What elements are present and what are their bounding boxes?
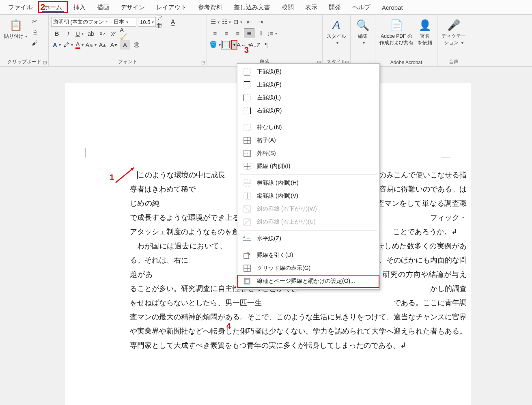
cut-button[interactable]: ✂: [29, 17, 40, 26]
border-diag-up-icon: [243, 218, 251, 226]
enclose-char-button[interactable]: ㊕: [131, 40, 142, 50]
svg-rect-35: [245, 279, 249, 283]
create-pdf-button[interactable]: 📄 Adobe PDF の 作成および共有: [378, 16, 415, 47]
clear-formatting-button[interactable]: A🧹: [120, 28, 130, 38]
paste-button[interactable]: 📋 貼り付け▾: [2, 16, 29, 41]
border-left-label: 左罫線(L): [257, 94, 281, 101]
line-spacing-button[interactable]: ↕≡▾: [267, 28, 277, 38]
border-inside-item[interactable]: 罫線 (内側)(I): [237, 160, 379, 173]
border-button[interactable]: [221, 40, 231, 50]
char-shading-button[interactable]: A: [120, 40, 130, 50]
create-pdf-label: Adobe PDF の 作成および共有: [379, 33, 414, 46]
group-font: 游明朝 (本文のフォント - 日本▾ 10.5▾ ア亜 A̲ B I U▾ ab…: [49, 15, 207, 66]
tab-layout[interactable]: レイアウト: [151, 1, 192, 13]
format-painter-button[interactable]: 🖌: [29, 38, 40, 47]
request-sign-button[interactable]: 👤 署名 を依頼: [415, 16, 435, 47]
group-voice-label: 音声: [440, 58, 467, 65]
svg-text:三: 三: [247, 235, 250, 239]
styles-button[interactable]: A スタイル▾: [325, 16, 348, 47]
character-border-button[interactable]: A̲: [168, 17, 178, 27]
tab-mailings[interactable]: 差し込み文書: [228, 1, 276, 13]
paste-label: 貼り付け: [4, 33, 24, 39]
font-name-selector[interactable]: 游明朝 (本文のフォント - 日本▾: [51, 17, 136, 27]
border-inside-v-icon: [243, 192, 251, 200]
border-top-item[interactable]: 上罫線(P): [237, 78, 379, 91]
margin-corner-tl: [85, 148, 95, 157]
group-voice: 🎤 ディクテー ション ▾ 音声: [437, 15, 470, 66]
tab-file[interactable]: ファイル: [2, 1, 38, 13]
border-right-item[interactable]: 右罫線(R): [237, 104, 379, 117]
strikethrough-button[interactable]: ab: [86, 28, 96, 38]
tab-view[interactable]: 表示: [299, 1, 323, 13]
borders-and-shading-icon: [243, 277, 251, 285]
borders-and-shading-item[interactable]: 線種とページ罫線と網かけの設定(O)...: [237, 275, 379, 288]
change-case-button[interactable]: Aa▾: [86, 40, 96, 50]
align-center-button[interactable]: ≡: [221, 28, 232, 38]
tab-design[interactable]: デザイン: [115, 1, 151, 13]
border-inside-label: 罫線 (内側)(I): [257, 163, 290, 170]
mic-icon: 🎤: [447, 17, 460, 33]
font-dialog-launcher[interactable]: ◲: [200, 60, 206, 65]
group-clipboard-label: クリップボード: [2, 58, 46, 65]
grow-font-button[interactable]: A▴: [97, 40, 108, 50]
svg-line-25: [244, 219, 250, 225]
highlight-button[interactable]: 🖍▾: [63, 40, 73, 50]
tab-insert[interactable]: 挿入: [68, 1, 91, 13]
font-size-selector[interactable]: 10.5▾: [138, 17, 156, 27]
increase-indent-button[interactable]: ⇥: [255, 17, 266, 27]
italic-button[interactable]: I: [63, 28, 73, 38]
dictate-button[interactable]: 🎤 ディクテー ション ▾: [440, 16, 467, 47]
view-gridlines-label: グリッド線の表示(G): [257, 265, 310, 272]
ribbon: 📋 貼り付け▾ ✂ ⎘ 🖌 クリップボード ◲ 游明朝 (本文のフォント - 日…: [0, 15, 532, 67]
superscript-button[interactable]: x²: [108, 28, 119, 38]
border-inside-h-label: 横罫線 (内側)(H): [257, 179, 299, 187]
multilevel-list-button[interactable]: ⊟▾: [233, 17, 243, 27]
tab-review[interactable]: 校閲: [276, 1, 299, 13]
tab-draw[interactable]: 描画: [91, 1, 115, 13]
svg-line-36: [116, 168, 134, 183]
distribute-button[interactable]: ⫴: [255, 28, 266, 38]
border-bottom-item[interactable]: 下罫線(B): [237, 65, 379, 78]
show-marks-button[interactable]: ¶: [261, 40, 271, 50]
underline-button[interactable]: U▾: [74, 28, 85, 38]
sort-button[interactable]: A↓Z: [250, 40, 260, 50]
borders-and-shading-label: 線種とページ罫線と網かけの設定(O)...: [257, 278, 355, 285]
border-inside-h-item[interactable]: 横罫線 (内側)(H): [237, 177, 379, 190]
group-paragraph: ☰▾ ☷▾ ⊟▾ ⇤ ⇥ ≡ ≡ ≡ ≣ ⫴ ↕≡▾ 🪣▾ ▾ A↔▾: [207, 15, 323, 66]
horizontal-line-item[interactable]: A三水平線(Z): [237, 232, 379, 245]
tab-help[interactable]: ヘルプ: [347, 1, 376, 13]
clipboard-dialog-launcher[interactable]: ◲: [42, 60, 47, 65]
editing-label: 編集: [358, 33, 368, 39]
svg-line-23: [244, 206, 250, 212]
sign-icon: 👤: [418, 17, 431, 33]
request-sign-label: 署名 を依頼: [418, 33, 432, 46]
subscript-button[interactable]: x₂: [97, 28, 108, 38]
tab-acrobat[interactable]: Acrobat: [376, 2, 409, 13]
decrease-indent-button[interactable]: ⇤: [244, 17, 254, 27]
shading-button[interactable]: 🪣▾: [210, 40, 220, 50]
view-gridlines-item[interactable]: グリッド線の表示(G): [237, 262, 379, 275]
draw-table-item[interactable]: 罫線を引く(D): [237, 249, 379, 262]
numbering-button[interactable]: ☷▾: [221, 17, 232, 27]
phonetic-guide-button[interactable]: ア亜: [156, 17, 167, 27]
menu-bar: ファイル ホーム 挿入 描画 デザイン レイアウト 参考資料 差し込み文書 校閲…: [0, 0, 532, 15]
bullets-button[interactable]: ☰▾: [210, 17, 220, 27]
border-inside-h-icon: [243, 179, 251, 187]
tab-references[interactable]: 参考資料: [192, 1, 228, 13]
border-outside-item[interactable]: 外枠(S): [237, 147, 379, 160]
border-diag-down-icon: [243, 205, 251, 213]
align-left-button[interactable]: ≡: [210, 28, 220, 38]
border-left-item[interactable]: 左罫線(L): [237, 91, 379, 104]
justify-button[interactable]: ≣: [244, 28, 254, 38]
copy-button[interactable]: ⎘: [29, 27, 40, 37]
font-color-button[interactable]: A▾: [74, 40, 85, 50]
editing-button[interactable]: 🔍 編集▾: [353, 16, 373, 47]
border-all-item[interactable]: 格子(A): [237, 134, 379, 147]
border-none-item[interactable]: 枠なし(N): [237, 121, 379, 134]
align-right-button[interactable]: ≡: [233, 28, 243, 38]
bold-button[interactable]: B: [52, 28, 62, 38]
border-inside-v-item[interactable]: 縦罫線 (内側)(V): [237, 190, 379, 202]
text-effects-button[interactable]: A▾: [52, 40, 62, 50]
tab-developer[interactable]: 開発: [323, 1, 347, 13]
shrink-font-button[interactable]: A▾: [108, 40, 119, 50]
